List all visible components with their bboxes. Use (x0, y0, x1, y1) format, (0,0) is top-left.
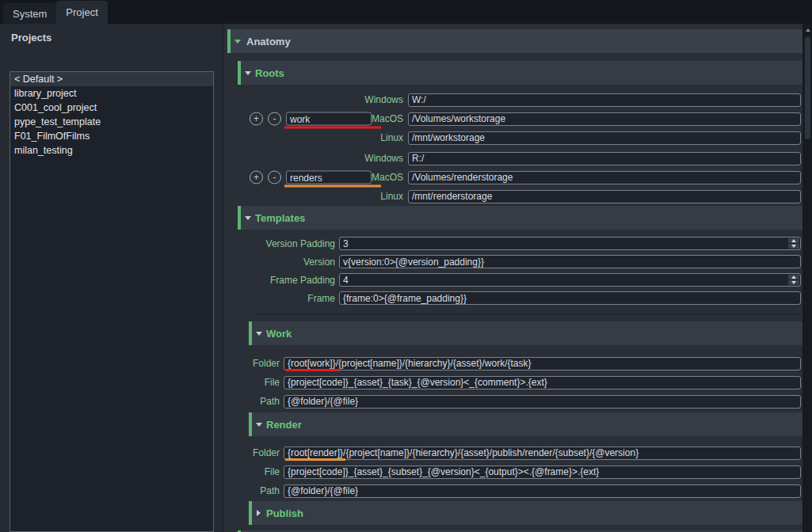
folder-label: Folder (224, 447, 284, 458)
section-accent-bar (249, 412, 252, 436)
project-list-item[interactable]: pype_test_template (10, 115, 213, 129)
work-path-input[interactable] (284, 395, 801, 408)
arrow-up-icon (791, 276, 796, 279)
template-field-row: Version (224, 253, 802, 271)
publish-section-header[interactable]: Publish (249, 501, 802, 525)
template-field-row: Frame (224, 289, 802, 307)
root-work-linux-input[interactable] (408, 131, 801, 145)
tab-system[interactable]: System (3, 3, 56, 24)
section-accent-bar (238, 61, 241, 85)
frame-padding-input[interactable] (339, 273, 801, 287)
section-accent-bar (227, 29, 231, 53)
root-work-windows-input[interactable] (408, 93, 801, 107)
settings-tabbar: System Project (0, 0, 812, 24)
root-key-input-renders[interactable] (286, 171, 372, 184)
version-padding-label: Version Padding (224, 238, 339, 249)
work-file-input[interactable] (284, 376, 801, 390)
expand-arrow-icon[interactable] (257, 510, 261, 516)
remove-root-button[interactable]: - (268, 112, 281, 126)
render-field-row: Path (224, 481, 802, 500)
root-entry-renders: Windows MacOS Linux + - (224, 149, 802, 206)
add-root-button[interactable]: + (250, 171, 263, 184)
vertical-scrollbar[interactable] (803, 24, 812, 532)
arrow-down-icon (791, 245, 796, 248)
render-section-header[interactable]: Render (249, 412, 802, 436)
collapse-arrow-icon[interactable] (256, 332, 262, 336)
root-platform-row: Linux (224, 128, 802, 147)
spinner-up-button[interactable] (788, 275, 799, 279)
root-entry-work: Windows MacOS Linux + - (224, 90, 802, 147)
scrollbar-thumb[interactable] (805, 36, 810, 139)
root-key-input-work[interactable] (286, 112, 372, 126)
number-spinner (787, 238, 800, 249)
projects-sidebar: Projects < Default > library_project C00… (0, 24, 223, 532)
plus-icon: + (254, 113, 259, 124)
section-accent-bar (238, 206, 241, 230)
root-work-macos-input[interactable] (408, 112, 801, 126)
render-folder-input[interactable] (284, 446, 801, 460)
render-field-row: File (224, 462, 802, 481)
work-section-title: Work (266, 328, 292, 340)
platform-label-windows: Windows (224, 153, 408, 164)
root-renders-linux-input[interactable] (408, 190, 801, 203)
version-padding-input[interactable] (339, 237, 801, 250)
project-settings-window: { "colors": { "accent_green": "#5cb577",… (0, 0, 812, 532)
section-accent-bar (249, 501, 252, 525)
render-field-row: Folder (224, 443, 802, 462)
file-label: File (224, 377, 284, 388)
collapse-arrow-icon[interactable] (256, 423, 262, 427)
arrow-down-icon (791, 281, 796, 284)
spinner-up-button[interactable] (788, 238, 799, 243)
folder-label: Folder (224, 358, 284, 369)
version-label: Version (224, 256, 339, 268)
work-field-row: Path (224, 392, 802, 411)
roots-section-title: Roots (255, 67, 284, 79)
render-file-input[interactable] (284, 466, 801, 479)
project-list-item[interactable]: milan_testing (10, 143, 213, 158)
scroll-up-icon[interactable] (806, 28, 810, 32)
number-spinner (787, 274, 800, 286)
frame-template-input[interactable] (339, 291, 801, 305)
modified-underline-red (286, 369, 340, 371)
collapse-arrow-icon[interactable] (234, 40, 241, 44)
publish-section-title: Publish (266, 507, 303, 519)
templates-section-header[interactable]: Templates (238, 206, 802, 230)
minus-icon: - (273, 113, 276, 124)
anatomy-settings-panel: Anatomy Roots Windows MacOS Linux + - (223, 24, 802, 532)
root-platform-row: Windows (224, 149, 802, 168)
spinner-down-button[interactable] (788, 244, 799, 249)
root-renders-macos-input[interactable] (408, 171, 801, 184)
root-renders-windows-input[interactable] (408, 152, 801, 165)
templates-section-title: Templates (255, 212, 305, 224)
work-section-header[interactable]: Work (249, 321, 802, 345)
anatomy-section-header[interactable]: Anatomy (227, 29, 802, 53)
render-path-input[interactable] (284, 484, 801, 498)
project-list-item[interactable]: C001_cool_project (10, 101, 213, 115)
anatomy-section-title: Anatomy (246, 36, 291, 48)
modified-underline-orange (284, 185, 381, 188)
template-field-row: Frame Padding (224, 271, 802, 289)
collapse-arrow-icon[interactable] (245, 71, 251, 75)
spinner-down-button[interactable] (788, 280, 799, 285)
project-list[interactable]: < Default > library_project C001_cool_pr… (10, 71, 214, 532)
tab-project[interactable]: Project (56, 1, 107, 24)
modified-underline-orange (285, 458, 345, 461)
work-field-row: Folder (224, 354, 802, 373)
project-list-item-default[interactable]: < Default > (10, 72, 213, 86)
collapse-arrow-icon[interactable] (245, 216, 251, 220)
frame-padding-label: Frame Padding (224, 275, 339, 286)
section-accent-bar (249, 321, 252, 345)
root-platform-row: Linux (224, 187, 802, 206)
remove-root-button[interactable]: - (268, 171, 281, 184)
minus-icon: - (273, 172, 276, 183)
frame-label: Frame (224, 293, 339, 304)
project-list-item[interactable]: F01_FilmOfFilms (10, 129, 213, 143)
modified-underline-red (284, 127, 381, 129)
roots-section-header[interactable]: Roots (238, 61, 802, 85)
project-list-item[interactable]: library_project (10, 86, 213, 101)
work-folder-input[interactable] (284, 357, 801, 370)
root-key-controls: + - (250, 112, 372, 126)
add-root-button[interactable]: + (250, 112, 263, 126)
version-template-input[interactable] (339, 255, 801, 268)
render-section-title: Render (266, 419, 302, 431)
